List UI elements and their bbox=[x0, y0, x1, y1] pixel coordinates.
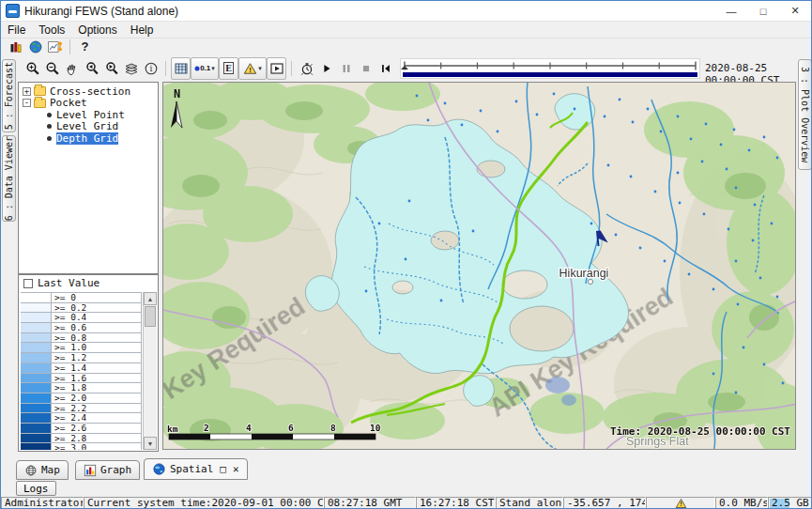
help-button[interactable]: ? bbox=[75, 39, 95, 54]
data-viewer-button[interactable] bbox=[6, 39, 25, 54]
tab-spatial-label: Spatial bbox=[170, 463, 213, 475]
tab-close-icon[interactable]: ✕ bbox=[233, 463, 239, 475]
timer-button[interactable] bbox=[297, 57, 316, 80]
toolbar-separator bbox=[165, 61, 166, 76]
play-button[interactable] bbox=[316, 57, 336, 80]
wire-globe-icon bbox=[24, 464, 38, 477]
animation-button[interactable] bbox=[267, 57, 286, 80]
info-button[interactable]: i bbox=[141, 57, 161, 80]
close-button[interactable]: ✕ bbox=[779, 1, 811, 21]
map-display-button[interactable] bbox=[25, 39, 45, 54]
logs-button-label: Logs bbox=[23, 483, 49, 495]
legend-color-swatch bbox=[21, 404, 52, 413]
step-back-button[interactable] bbox=[375, 57, 395, 80]
map-canvas: API Key Required API Key Required bbox=[163, 83, 795, 449]
grid-icon bbox=[174, 61, 189, 76]
legend-color-swatch bbox=[21, 323, 52, 332]
tree-item-level-grid[interactable]: Level Grid bbox=[23, 121, 158, 133]
legend-row-label: >= 1.0 bbox=[52, 343, 142, 352]
logs-row: Logs bbox=[1, 480, 811, 497]
svg-text:6: 6 bbox=[288, 423, 294, 433]
scroll-up-button[interactable]: ▲ bbox=[144, 292, 157, 305]
legend-row[interactable]: >= 3.0 bbox=[21, 443, 142, 450]
stop-button[interactable] bbox=[356, 57, 375, 80]
scrollbar-thumb[interactable] bbox=[145, 306, 156, 327]
legend-row-label: >= 2.0 bbox=[52, 393, 142, 403]
legend-row[interactable]: >= 2.0 bbox=[21, 393, 142, 404]
last-value-checkbox[interactable] bbox=[23, 279, 33, 288]
app-window: Hikurangi FEWS (Stand alone) — □ ✕ File … bbox=[0, 0, 812, 509]
legend-row-label: >= 0.6 bbox=[52, 323, 142, 332]
legend-color-swatch bbox=[21, 333, 52, 343]
legend-color-swatch bbox=[21, 293, 52, 302]
legend-scrollbar[interactable]: ▲ ▼ bbox=[143, 292, 157, 450]
tree-item-label: Pocket bbox=[50, 97, 87, 109]
menu-file[interactable]: File bbox=[1, 23, 32, 37]
layers-button[interactable] bbox=[121, 57, 141, 80]
zoom-next-button[interactable] bbox=[101, 57, 121, 80]
tab-map[interactable]: Map bbox=[16, 460, 69, 480]
tab-spatial[interactable]: Spatial □ ✕ bbox=[144, 458, 248, 480]
svg-text:10: 10 bbox=[370, 423, 381, 433]
dock-tab-data-viewer-label: 6 : Data Viewer bbox=[4, 136, 14, 221]
tree-item-depth-grid[interactable]: Depth Grid bbox=[23, 132, 158, 145]
legend-color-swatch bbox=[21, 374, 52, 383]
bullet-icon bbox=[47, 136, 52, 141]
legend-row-label: >= 2.8 bbox=[52, 434, 142, 443]
map-view[interactable]: API Key Required API Key Required bbox=[162, 82, 796, 450]
legend-color-swatch bbox=[21, 303, 52, 313]
time-slider[interactable] bbox=[400, 58, 700, 79]
logs-button[interactable]: Logs bbox=[16, 481, 56, 496]
legend-row-label: >= 2.4 bbox=[52, 413, 142, 423]
thresholds-dropdown[interactable]: !▾ bbox=[238, 57, 267, 80]
dock-tab-data-viewer[interactable]: 6 : Data Viewer bbox=[2, 135, 16, 222]
zoom-out-button[interactable] bbox=[42, 57, 62, 80]
skip-start-icon bbox=[379, 62, 392, 75]
menu-options[interactable]: Options bbox=[71, 23, 123, 37]
window-title: Hikurangi FEWS (Stand alone) bbox=[24, 5, 178, 18]
tree-item-label: Level Point bbox=[56, 109, 125, 121]
tree-item-pocket[interactable]: - Pocket bbox=[23, 98, 158, 110]
zoom-out-icon bbox=[45, 61, 60, 76]
legend-color-swatch bbox=[21, 413, 52, 423]
dock-tab-forecast[interactable]: 5 : Forecast bbox=[2, 59, 16, 132]
status-bar: Administrator Current system time:2020-0… bbox=[1, 497, 811, 509]
svg-text:2: 2 bbox=[204, 423, 209, 433]
dock-tab-plot-overview[interactable]: 3 : Plot Overview bbox=[798, 59, 812, 170]
svg-text:km: km bbox=[167, 424, 178, 434]
legend-row-label: >= 1.6 bbox=[52, 374, 142, 383]
menu-bar: File Tools Options Help bbox=[1, 22, 811, 39]
tree-item-label: Level Grid bbox=[56, 120, 118, 132]
expand-icon[interactable]: + bbox=[23, 87, 31, 96]
spatial-display-button[interactable] bbox=[45, 39, 65, 54]
label-button[interactable]: E bbox=[219, 57, 238, 80]
toolbar-separator bbox=[291, 61, 292, 76]
legend-color-swatch bbox=[21, 443, 52, 450]
legend-row-label: >= 2.6 bbox=[52, 424, 142, 433]
legend-row-label: >= 0 bbox=[52, 293, 142, 302]
dock-tab-plot-overview-label: 3 : Plot Overview bbox=[800, 67, 810, 162]
period-bar bbox=[403, 72, 697, 77]
status-warning-cell[interactable]: ! bbox=[646, 497, 715, 509]
memory-usage-text: 2.5 GB bbox=[772, 497, 809, 509]
tab-maximize-icon[interactable]: □ bbox=[220, 463, 226, 475]
menu-tools[interactable]: Tools bbox=[32, 23, 71, 37]
minimize-button[interactable]: — bbox=[715, 1, 747, 21]
scroll-down-button[interactable]: ▼ bbox=[144, 437, 157, 450]
tab-graph[interactable]: Graph bbox=[75, 460, 140, 480]
legend-row-label: >= 1.8 bbox=[52, 383, 142, 393]
pan-button[interactable] bbox=[62, 57, 82, 80]
value-labels-dropdown[interactable]: 0.1▾ bbox=[191, 57, 219, 80]
main-toolbar: ? bbox=[1, 39, 811, 54]
tree-item-level-point[interactable]: Level Point bbox=[23, 109, 158, 121]
tree-item-cross-section[interactable]: + Cross-section bbox=[23, 85, 158, 98]
zoom-in-button[interactable] bbox=[23, 57, 42, 80]
zoom-previous-button[interactable] bbox=[82, 57, 101, 80]
status-local-time: 16:27:18 CST bbox=[416, 497, 496, 509]
maximize-button[interactable]: □ bbox=[747, 1, 779, 21]
legend-row[interactable]: >= 1.4 bbox=[21, 363, 142, 374]
collapse-icon[interactable]: - bbox=[23, 99, 31, 107]
pause-button[interactable] bbox=[336, 57, 356, 80]
menu-help[interactable]: Help bbox=[124, 23, 161, 37]
grid-display-button[interactable] bbox=[171, 57, 191, 80]
